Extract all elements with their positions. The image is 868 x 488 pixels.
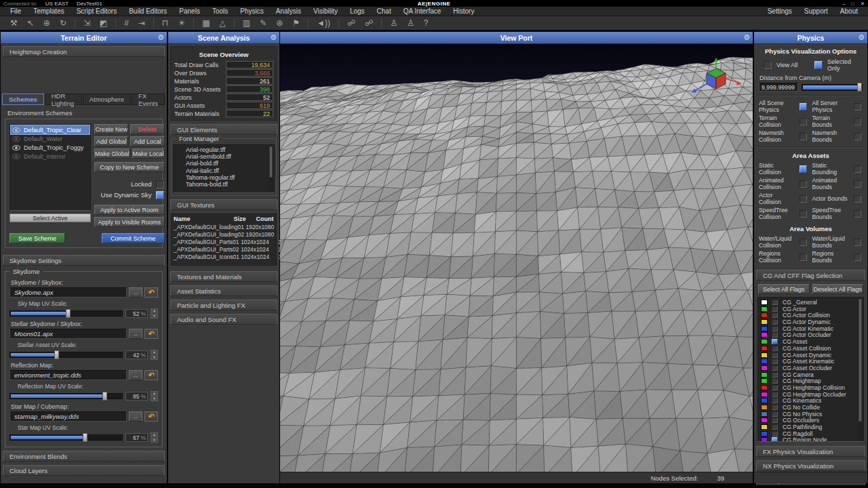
spin-up-icon[interactable]: ▲ bbox=[151, 391, 158, 396]
column-count[interactable]: Count bbox=[256, 215, 274, 224]
tab-fx-events[interactable]: FX Events bbox=[132, 94, 165, 105]
section-nx-physics-visualization[interactable]: NX Physics Visualization bbox=[756, 460, 865, 471]
grid-snap-icon[interactable]: # bbox=[119, 16, 134, 30]
scheme-row-default-tropic-clear[interactable]: Default_Tropic_Clear bbox=[11, 125, 90, 134]
select-active-button[interactable]: Select Active bbox=[9, 214, 91, 222]
light-icon[interactable]: ☀ bbox=[173, 16, 190, 30]
menu-history[interactable]: History bbox=[447, 7, 480, 15]
texture-row-apxdefaultgui-parts02[interactable]: _APXDefaultGUI_Parts021024x10241 bbox=[174, 246, 274, 253]
select-cursor-icon[interactable]: ↖ bbox=[22, 16, 39, 30]
unlink-icon[interactable]: ☍ bbox=[360, 16, 378, 30]
checkbox-static-collision[interactable] bbox=[800, 165, 807, 173]
move-icon[interactable]: ⊕ bbox=[39, 16, 55, 30]
skydome-skybox-input[interactable]: Skydome.apx bbox=[9, 287, 127, 298]
menu-settings[interactable]: Settings bbox=[762, 7, 798, 15]
checkbox-regions-collision[interactable] bbox=[800, 253, 807, 261]
checkbox-terrain-collision[interactable] bbox=[800, 118, 807, 125]
texture-row-apxdefaultgui-loading01[interactable]: _APXDefaultGUI_loading011920x10801 bbox=[174, 224, 274, 231]
texture-row-apxdefaultgui-loading02[interactable]: _APXDefaultGUI_loading021920x10801 bbox=[174, 231, 274, 239]
font-item-arial-regular-tff[interactable]: Arial-regular.tff bbox=[176, 146, 267, 153]
visibility-eye-icon[interactable] bbox=[12, 145, 20, 150]
spin-up-icon[interactable]: ▲ bbox=[151, 350, 158, 354]
flag-row-cg-asset[interactable]: CG Asset bbox=[761, 338, 856, 345]
visibility-eye-icon[interactable] bbox=[12, 136, 20, 142]
package-icon[interactable]: ▦ bbox=[197, 16, 214, 30]
stellar-asset-uv-scale-slider[interactable] bbox=[9, 352, 123, 358]
checkbox-speedtree-bounds[interactable] bbox=[854, 210, 861, 218]
flag-checkbox-cg-asset-kinematic[interactable] bbox=[772, 359, 778, 364]
menu-tools[interactable]: Tools bbox=[206, 7, 234, 15]
section-cloud-layers[interactable]: Cloud Layers bbox=[3, 465, 165, 476]
align-icon[interactable]: ⇥ bbox=[134, 16, 150, 30]
actor-build-icon[interactable]: ♙ bbox=[385, 16, 402, 30]
deselect-all-flags-button[interactable]: Deselect All Flags bbox=[812, 284, 864, 294]
flag-checkbox-cg-actor-dynamic[interactable] bbox=[772, 319, 778, 325]
gear-icon[interactable]: ⚙ bbox=[858, 33, 865, 42]
section-particle-and-lighting-fx[interactable]: Particle and Lighting FX bbox=[170, 300, 277, 310]
undo-icon[interactable]: ↶ bbox=[144, 370, 158, 380]
column-name[interactable]: Name bbox=[174, 215, 224, 224]
flag-checkbox-cg-actor-collision[interactable] bbox=[772, 312, 778, 318]
stellar-skydome-skybox-input[interactable]: Moons01.apx bbox=[9, 329, 127, 339]
texture-row-apxdefaultgui-icons01[interactable]: _APXDefaultGUI_Icons011024x10241 bbox=[174, 253, 274, 261]
flag-checkbox-cg-asset-collision[interactable] bbox=[772, 346, 778, 351]
slider-handle[interactable] bbox=[54, 350, 59, 359]
menu-build-editors[interactable]: Build Editors bbox=[123, 7, 173, 15]
slider-handle[interactable] bbox=[66, 309, 71, 318]
undo-icon[interactable]: ↶ bbox=[144, 287, 158, 298]
spin-up-icon[interactable]: ▲ bbox=[151, 308, 158, 313]
flag-checkbox-cg-no-physics[interactable] bbox=[772, 411, 778, 417]
distance-slider[interactable] bbox=[802, 84, 863, 91]
distance-from-camera-input[interactable]: 9,999.99999 bbox=[759, 83, 798, 92]
flag-list-scrollbar[interactable] bbox=[858, 298, 863, 441]
make-global-button[interactable]: Make Global bbox=[94, 148, 130, 159]
flag-row-cg-occluders[interactable]: CG Occluders bbox=[761, 417, 856, 424]
checkbox-static-bounding[interactable] bbox=[854, 165, 861, 173]
column-size[interactable]: Size bbox=[224, 215, 256, 224]
menu-templates[interactable]: Templates bbox=[27, 7, 71, 15]
checkbox-animated-collision[interactable] bbox=[800, 180, 807, 188]
browse-button[interactable]: ... bbox=[129, 329, 142, 339]
section-heightmap-creation[interactable]: Heightmap Creation bbox=[3, 46, 165, 57]
scheme-row-default-interior[interactable]: Default_Interior bbox=[11, 152, 90, 161]
flag-checkbox-cg-camera[interactable] bbox=[772, 372, 778, 378]
flag-checkbox-cg-heightmap[interactable] bbox=[772, 378, 778, 384]
scheme-row-default-water[interactable]: Default_Water bbox=[11, 134, 90, 143]
library-icon[interactable]: ▥ bbox=[238, 16, 255, 30]
maximize-button[interactable]: □ bbox=[851, 1, 854, 7]
scheme-row-default-tropic-foggy[interactable]: Default_Tropic_Foggy bbox=[11, 143, 90, 152]
checkbox-animated-bounds[interactable] bbox=[854, 180, 861, 188]
create-new-button[interactable]: Create New bbox=[94, 124, 128, 134]
flag-row-cg-kinematics[interactable]: CG Kinematics bbox=[761, 397, 856, 404]
marquee-scale-icon[interactable]: ⇲ bbox=[79, 16, 95, 30]
distance-slider-handle[interactable] bbox=[857, 83, 862, 92]
visibility-eye-icon[interactable] bbox=[12, 154, 20, 159]
section-cg-cff-flag-selection[interactable]: CG And CFF Flag Selection bbox=[756, 270, 865, 281]
brush-icon[interactable]: ✎ bbox=[255, 16, 271, 30]
menu-chat[interactable]: Chat bbox=[371, 7, 397, 15]
font-item-tahoma-bold-tff[interactable]: Tahoma-bold.tff bbox=[176, 181, 267, 188]
terrain-icon[interactable]: △ bbox=[215, 16, 231, 30]
flag-row-cg-ragdoll[interactable]: CG Ragdoll bbox=[761, 430, 856, 437]
resize-icon[interactable]: ◩ bbox=[95, 16, 112, 30]
flag-checkbox-cg-pathfinding[interactable] bbox=[772, 424, 778, 430]
browse-button[interactable]: ... bbox=[129, 287, 142, 298]
axis-gizmo[interactable] bbox=[684, 58, 743, 100]
section-gui-textures[interactable]: GUI Textures bbox=[170, 199, 277, 210]
flag-row-cg-no-physics[interactable]: CG No Physics bbox=[761, 411, 856, 418]
section-audio-and-sound-fx[interactable]: Audio and Sound FX bbox=[170, 314, 277, 325]
flag-row-cg-actor-occluder[interactable]: CG Actor Occluder bbox=[761, 331, 856, 338]
flag-checkbox-cg-ragdoll[interactable] bbox=[772, 431, 778, 436]
flag-checkbox-cg-actor-kinematic[interactable] bbox=[772, 326, 778, 331]
slider-handle[interactable] bbox=[83, 433, 87, 442]
flag-checkbox-cg-no-collide[interactable] bbox=[772, 405, 778, 410]
sky-map-uv-scale-slider[interactable] bbox=[9, 310, 123, 317]
flag-row-cg-heightmap-occluder[interactable]: CG Heightmap Occluder bbox=[761, 391, 856, 398]
flag-row-cg-actor-kinematic[interactable]: CG Actor Kinematic bbox=[761, 325, 856, 332]
undo-icon[interactable]: ↶ bbox=[144, 329, 158, 339]
checkbox-regions-bounds[interactable] bbox=[854, 253, 861, 261]
browse-button[interactable]: ... bbox=[129, 370, 142, 380]
actor-move-icon[interactable]: ♙ bbox=[402, 16, 419, 30]
menu-analysis[interactable]: Analysis bbox=[270, 7, 307, 15]
font-item-arial-bold-tff[interactable]: Arial-bold.tff bbox=[176, 160, 267, 167]
